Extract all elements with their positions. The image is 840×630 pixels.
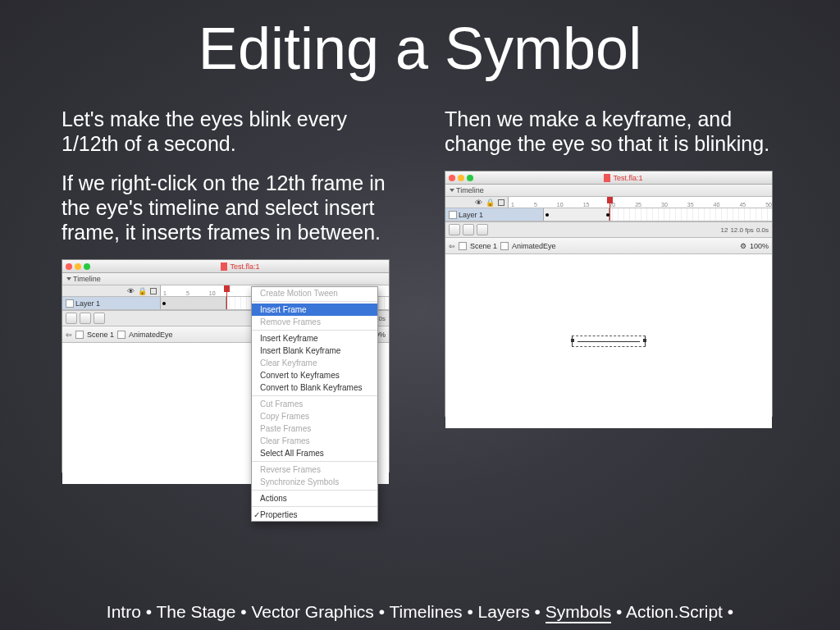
- minimize-icon: [458, 175, 464, 181]
- crumb-stage: The Stage: [157, 602, 236, 621]
- add-folder-button: [80, 313, 91, 324]
- symbol-name: AnimatedEye: [512, 242, 556, 250]
- outline-column-icon: [150, 288, 157, 294]
- ruler-numbers: 1 5 10 15 20 25 30 35 40 45 50: [509, 197, 772, 208]
- timeline-label: Timeline: [456, 186, 484, 194]
- zoom-icon: [84, 263, 90, 270]
- flash-doc-icon: [221, 262, 227, 271]
- disclosure-triangle-icon: [450, 189, 454, 192]
- stage-area: [445, 254, 772, 428]
- menu-insert-blank-keyframe: Insert Blank Keyframe: [252, 345, 377, 357]
- left-para-1: Let's make the eyes blink every 1/12th o…: [62, 107, 395, 156]
- ruler-tick: 1: [511, 202, 514, 208]
- outline-column-icon: [498, 199, 504, 206]
- crumb-intro: Intro: [107, 602, 141, 621]
- delete-layer-button: [477, 224, 488, 235]
- back-arrow-icon: ⇦: [449, 242, 455, 250]
- menu-select-all-frames: Select All Frames: [252, 447, 377, 459]
- menu-convert-to-blank-keyframes: Convert to Blank Keyframes: [252, 381, 377, 394]
- ruler-tick: 40: [714, 202, 720, 208]
- context-menu: Create Motion Tween Insert Frame Remove …: [251, 286, 378, 522]
- crumb-symbols-current: Symbols: [546, 602, 612, 623]
- disclosure-triangle-icon: [66, 277, 71, 281]
- crumb-sep: •: [534, 602, 545, 621]
- crumb-layers: Layers: [478, 602, 530, 621]
- symbol-icon: [500, 242, 509, 250]
- crumb-sep: •: [616, 602, 626, 621]
- timeline-label: Timeline: [73, 275, 101, 283]
- ruler-tick: 45: [739, 202, 746, 208]
- timeline-footer: 12 12.0 fps 0.0s: [445, 221, 772, 238]
- content-columns: Let's make the eyes blink every 1/12th o…: [0, 82, 840, 472]
- left-column: Let's make the eyes blink every 1/12th o…: [62, 107, 395, 472]
- close-icon: [66, 263, 72, 270]
- menu-clear-keyframe: Clear Keyframe: [252, 357, 377, 369]
- document-title: Test.fla:1: [230, 262, 259, 271]
- scene-icon: [75, 331, 84, 339]
- ruler-tick: 50: [765, 202, 772, 208]
- titlebar: Test.fla:1: [445, 171, 772, 185]
- menu-actions: Actions: [252, 492, 377, 504]
- menu-copy-frames: Copy Frames: [252, 410, 377, 422]
- frame-span: [161, 297, 226, 309]
- add-folder-button: [463, 224, 474, 235]
- frames-area: [544, 208, 772, 221]
- lock-column-icon: 🔒: [138, 287, 147, 295]
- crumb-sep: •: [146, 602, 157, 621]
- close-icon: [449, 175, 455, 181]
- layer-name: Layer 1: [75, 299, 100, 308]
- flash-screenshot-left: Test.fla:1 Timeline 👁 🔒 1 5 10: [62, 259, 390, 472]
- layer-name: Layer 1: [459, 211, 483, 219]
- scene-name: Scene 1: [87, 331, 114, 339]
- add-layer-button: [449, 224, 460, 235]
- scene-name: Scene 1: [470, 242, 497, 250]
- menu-remove-frames: Remove Frames: [252, 316, 377, 328]
- crumb-sep: •: [728, 602, 733, 621]
- lock-column-icon: 🔒: [486, 199, 495, 207]
- ruler-tick: 25: [635, 202, 641, 208]
- menu-reverse-frames: Reverse Frames: [252, 463, 377, 476]
- time-label: 0.0s: [756, 226, 769, 234]
- flash-doc-icon: [604, 174, 610, 182]
- fps-label: 12.0 fps: [730, 226, 753, 234]
- add-layer-button: [66, 313, 77, 324]
- ruler-tick: 30: [661, 202, 668, 208]
- delete-layer-button: [94, 313, 105, 324]
- titlebar: Test.fla:1: [62, 260, 389, 273]
- timeline-header: Timeline: [445, 185, 772, 197]
- crumb-sep: •: [379, 602, 390, 621]
- menu-synchronize-symbols: Synchronize Symbols: [252, 476, 377, 488]
- menu-clear-frames: Clear Frames: [252, 435, 377, 447]
- right-column: Then we make a keyframe, and change the …: [445, 107, 778, 472]
- frame-span: [544, 208, 609, 221]
- playhead: [226, 285, 227, 309]
- ruler-tick: 10: [209, 290, 216, 296]
- symbol-icon: [117, 331, 126, 339]
- menu-paste-frames: Paste Frames: [252, 422, 377, 435]
- ruler-tick: 10: [557, 202, 564, 208]
- ruler-tick: 5: [534, 202, 537, 208]
- menu-convert-to-keyframes: Convert to Keyframes: [252, 369, 377, 381]
- ruler-tick: 5: [186, 290, 189, 296]
- ruler-tick: 1: [163, 290, 167, 296]
- eye-column-icon: 👁: [127, 287, 135, 295]
- frame-number: 12: [721, 226, 728, 234]
- document-title: Test.fla:1: [613, 174, 642, 182]
- ruler-tick: 35: [687, 202, 694, 208]
- closed-eye-graphic: [572, 336, 646, 347]
- menu-cut-frames: Cut Frames: [252, 398, 377, 410]
- back-arrow-icon: ⇦: [66, 331, 72, 339]
- crumb-sep: •: [240, 602, 251, 621]
- flash-screenshot-right: Test.fla:1 Timeline 👁 🔒 1 5 10 15 20: [445, 171, 773, 417]
- window-controls: [66, 263, 90, 270]
- scene-icon: [459, 242, 467, 250]
- crumb-vector: Vector Graphics: [251, 602, 373, 621]
- crumb-actionscript: Action.Script: [626, 602, 723, 621]
- timeline-header: Timeline: [62, 273, 389, 285]
- menu-insert-keyframe: Insert Keyframe: [252, 332, 377, 345]
- playhead: [609, 197, 610, 221]
- eye-column-icon: 👁: [475, 199, 482, 207]
- menu-properties: Properties: [252, 509, 377, 521]
- zoom-label: 100%: [750, 242, 769, 250]
- slide-title: Editing a Symbol: [0, 0, 840, 82]
